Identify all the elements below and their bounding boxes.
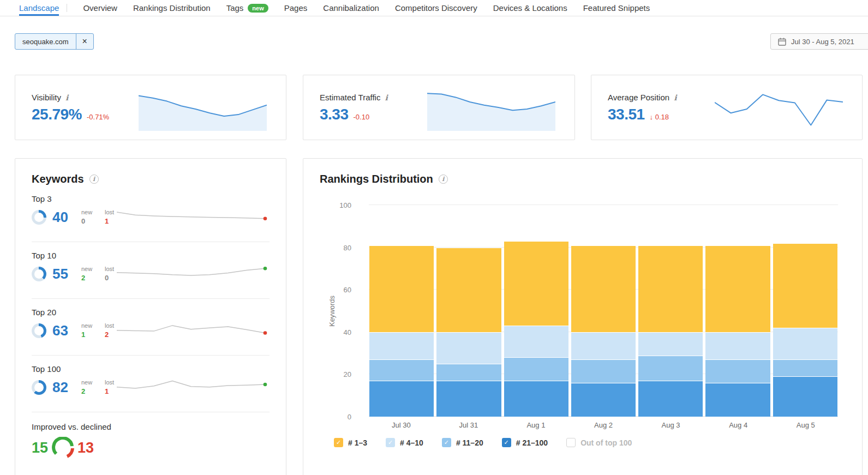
donut-icon [32,380,46,395]
stacked-bar-aug-1[interactable] [504,205,568,417]
rankings-legend: ✓# 1–3✓# 4–10✓# 11–20✓# 21–100Out of top… [334,438,632,447]
bar-segment[interactable] [436,364,501,381]
info-icon[interactable]: i [674,93,677,102]
improved-count: 15 [32,440,48,456]
legend-checkbox[interactable]: ✓ [442,438,451,447]
stacked-bar-aug-2[interactable] [571,205,636,417]
tab-devices-locations[interactable]: Devices & Locations [493,0,567,16]
stacked-bar-jul-31[interactable] [436,205,501,417]
improved-vs-declined: Improved vs. declined 15 13 [32,412,270,459]
bar-segment[interactable] [638,332,703,356]
calendar-icon [778,38,786,46]
domain-filter-chip: seoquake.com × [15,33,94,50]
info-icon[interactable]: i [439,175,448,184]
traffic-value: 3.33 [320,106,349,123]
tab-landscape[interactable]: Landscape [19,0,59,16]
legend-checkbox[interactable] [566,438,576,447]
tab-label: Overview [83,3,117,13]
bar-segment[interactable] [504,241,568,326]
legend-item[interactable]: Out of top 100 [566,438,632,447]
info-icon[interactable]: i [65,93,68,102]
bar-segment[interactable] [571,383,636,417]
bar-segment[interactable] [571,245,636,332]
visibility-value: 25.79% [32,106,82,123]
bar-segment[interactable] [773,243,837,328]
new-value: 2 [81,273,99,283]
legend-item[interactable]: ✓# 1–3 [334,438,367,447]
bar-segment[interactable] [638,381,703,417]
x-axis-label: Aug 3 [638,421,703,429]
tab-pages[interactable]: Pages [284,0,308,16]
bar-segment[interactable] [773,376,837,417]
bar-segment[interactable] [705,332,770,359]
visibility-delta: -0.71% [87,113,109,121]
tab-featured-snippets[interactable]: Featured Snippets [583,0,650,16]
bar-segment[interactable] [436,248,501,332]
keyword-row-top20[interactable]: Top 20 63 new1 lost2 [32,299,270,356]
keyword-row-top10[interactable]: Top 10 55 new2 lost0 [32,242,270,299]
date-range-picker[interactable]: Jul 30 - Aug 5, 2021 [770,33,868,50]
position-sparkline [715,87,843,131]
row-sparkline [117,204,270,227]
date-range-label: Jul 30 - Aug 5, 2021 [791,38,854,46]
x-axis-label: Aug 1 [504,421,568,429]
bar-segment[interactable] [504,357,568,381]
improved-declined-gauge-icon [50,437,75,459]
close-icon: × [82,37,87,46]
position-value: 33.51 [608,106,645,123]
y-tick-label: 20 [344,370,351,378]
rankings-yticks: 020406080100 [336,205,357,417]
bar-segment[interactable] [638,356,703,381]
tab-label: Cannibalization [323,3,379,13]
bar-segment[interactable] [369,332,434,359]
bar-segment[interactable] [504,326,568,357]
y-tick-label: 80 [344,243,351,251]
bar-segment[interactable] [436,381,501,417]
legend-item[interactable]: ✓# 4–10 [386,438,423,447]
chip-remove-button[interactable]: × [76,34,93,49]
metric-title-label: Visibility [32,93,61,102]
bar-segment[interactable] [773,328,837,359]
bar-segment[interactable] [705,359,770,383]
bar-segment[interactable] [571,359,636,383]
legend-label: # 11–20 [456,438,483,447]
stacked-bar-aug-3[interactable] [638,205,703,417]
donut-icon [32,323,46,338]
keyword-row-top100[interactable]: Top 100 82 new2 lost1 [32,356,270,412]
keyword-row-top3[interactable]: Top 3 40 new0 lost1 [32,185,270,242]
traffic-delta: -0.10 [354,113,370,121]
row-sparkline [117,317,270,340]
bar-segment[interactable] [773,359,837,376]
bar-segment[interactable] [436,332,501,364]
bar-segment[interactable] [369,359,434,381]
bar-segment[interactable] [369,245,434,332]
tab-tags[interactable]: Tagsnew [226,0,268,16]
legend-checkbox[interactable]: ✓ [502,438,511,447]
legend-checkbox[interactable]: ✓ [334,438,343,447]
improved-declined-label: Improved vs. declined [32,422,270,431]
domain-chip-label: seoquake.com [15,34,76,49]
bar-segment[interactable] [705,245,770,332]
visibility-card: Visibility i 25.79% -0.71% [15,75,286,140]
tab-competitors-discovery[interactable]: Competitors Discovery [395,0,477,16]
bar-segment[interactable] [504,381,568,417]
info-icon[interactable]: i [89,175,99,184]
y-tick-label: 40 [344,328,351,336]
legend-item[interactable]: ✓# 21–100 [502,438,548,447]
stacked-bar-jul-30[interactable] [369,205,434,417]
tab-overview[interactable]: Overview [83,0,117,16]
stacked-bar-aug-5[interactable] [773,205,837,417]
legend-item[interactable]: ✓# 11–20 [442,438,483,447]
row-value: 63 [52,322,75,339]
tab-cannibalization[interactable]: Cannibalization [323,0,379,16]
bar-segment[interactable] [369,381,434,417]
x-axis-label: Aug 2 [571,421,636,429]
stacked-bar-aug-4[interactable] [705,205,770,417]
legend-checkbox[interactable]: ✓ [386,438,395,447]
bar-segment[interactable] [638,245,703,332]
bar-segment[interactable] [571,332,636,359]
tab-rankings-distribution[interactable]: Rankings Distribution [133,0,211,16]
bar-segment[interactable] [705,383,770,417]
estimated-traffic-card: Estimated Traffic i 3.33 -0.10 [303,75,575,140]
info-icon[interactable]: i [385,93,387,102]
